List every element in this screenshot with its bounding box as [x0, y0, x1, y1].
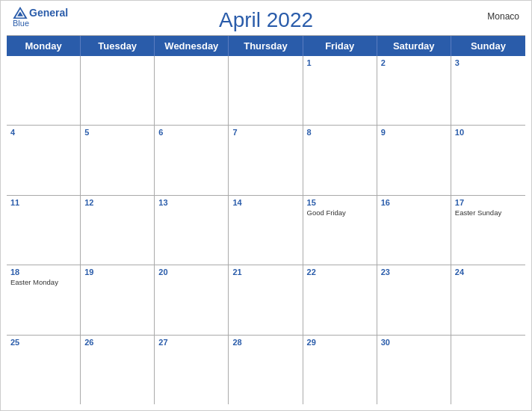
day-number: 2: [381, 58, 447, 67]
day-number: 22: [307, 268, 373, 276]
day-header-tuesday: Tuesday: [81, 36, 155, 56]
day-number: 13: [158, 198, 224, 207]
calendar-day: 17Easter Sunday: [451, 196, 525, 265]
day-number: 15: [307, 198, 373, 207]
day-number: 14: [232, 198, 298, 207]
day-number: 24: [455, 268, 522, 276]
day-number: 25: [10, 338, 76, 347]
calendar-day: 25: [7, 336, 81, 404]
brand-name-line2: Blue: [13, 19, 29, 28]
calendar-day: 18Easter Monday: [7, 265, 81, 334]
calendar-header: General Blue April 2022 Monaco: [1, 1, 531, 35]
calendar-day: 27: [155, 336, 229, 404]
calendar-grid: MondayTuesdayWednesdayThursdayFridaySatu…: [7, 35, 525, 404]
day-number: 4: [10, 128, 76, 137]
calendar-day: 28: [229, 336, 303, 404]
calendar-week-2: 45678910: [7, 126, 525, 195]
calendar-week-4: 18Easter Monday192021222324: [7, 265, 525, 335]
day-header-wednesday: Wednesday: [155, 36, 229, 56]
calendar-day: [7, 56, 81, 125]
calendar-day: 24: [451, 265, 525, 334]
day-number: 6: [158, 128, 224, 137]
calendar-week-3: 1112131415Good Friday1617Easter Sunday: [7, 196, 525, 265]
day-number: 16: [381, 198, 447, 207]
calendar-day: 29: [303, 336, 377, 404]
day-number: 20: [158, 268, 224, 276]
calendar-day: 7: [229, 126, 303, 194]
day-header-friday: Friday: [303, 36, 377, 56]
brand-logo: General Blue: [13, 7, 68, 28]
calendar-day: 12: [81, 196, 155, 265]
calendar-week-1: 123: [7, 56, 525, 126]
calendar-day: 3: [451, 56, 525, 125]
day-number: 9: [381, 128, 447, 137]
day-number: 29: [307, 338, 373, 347]
day-number: 10: [455, 128, 522, 137]
calendar-day: 13: [155, 196, 229, 265]
day-number: 30: [381, 338, 447, 347]
calendar-day: 14: [229, 196, 303, 265]
brand-name-line1: General: [29, 7, 68, 18]
calendar-week-5: 252627282930: [7, 336, 525, 404]
day-number: 12: [84, 198, 150, 207]
day-number: 5: [84, 128, 150, 137]
calendar-day: 20: [155, 265, 229, 334]
day-number: 1: [307, 58, 373, 67]
calendar-day: 22: [303, 265, 377, 334]
day-number: 8: [307, 128, 373, 137]
calendar-day: 4: [7, 126, 81, 194]
calendar-weeks: 123456789101112131415Good Friday1617East…: [7, 56, 525, 404]
day-header-monday: Monday: [7, 36, 81, 56]
day-number: 21: [232, 268, 298, 276]
calendar-day: [451, 336, 525, 404]
calendar-day: 9: [377, 126, 451, 194]
calendar-day: 30: [377, 336, 451, 404]
calendar-day: 1: [303, 56, 377, 125]
calendar-day: 21: [229, 265, 303, 334]
calendar-day: 26: [81, 336, 155, 404]
day-number: 23: [381, 268, 447, 276]
calendar-day: 8: [303, 126, 377, 194]
calendar-day: [81, 56, 155, 125]
day-header-thursday: Thursday: [229, 36, 303, 56]
calendar-day: 15Good Friday: [303, 196, 377, 265]
day-header-sunday: Sunday: [451, 36, 525, 56]
day-number: 19: [84, 268, 150, 276]
calendar-day: 23: [377, 265, 451, 334]
day-headers-row: MondayTuesdayWednesdayThursdayFridaySatu…: [7, 36, 525, 56]
calendar-day: 16: [377, 196, 451, 265]
day-number: 28: [232, 338, 298, 347]
day-event: Easter Sunday: [455, 208, 522, 217]
day-event: Good Friday: [307, 208, 373, 217]
day-number: 3: [455, 58, 522, 67]
calendar-day: 5: [81, 126, 155, 194]
day-number: 27: [158, 338, 224, 347]
day-header-saturday: Saturday: [377, 36, 451, 56]
calendar-title: April 2022: [219, 8, 313, 32]
calendar-day: [229, 56, 303, 125]
brand-icon: [13, 7, 28, 19]
calendar-day: [155, 56, 229, 125]
day-number: 11: [10, 198, 76, 207]
day-number: 18: [10, 268, 76, 276]
day-number: 7: [232, 128, 298, 137]
day-number: 26: [84, 338, 150, 347]
day-event: Easter Monday: [10, 278, 76, 287]
day-number: 17: [455, 198, 522, 207]
calendar-day: 2: [377, 56, 451, 125]
region-label: Monaco: [487, 11, 519, 22]
calendar-day: 19: [81, 265, 155, 334]
calendar-day: 10: [451, 126, 525, 194]
calendar-day: 11: [7, 196, 81, 265]
calendar-container: General Blue April 2022 Monaco MondayTue…: [0, 0, 532, 411]
calendar-day: 6: [155, 126, 229, 194]
